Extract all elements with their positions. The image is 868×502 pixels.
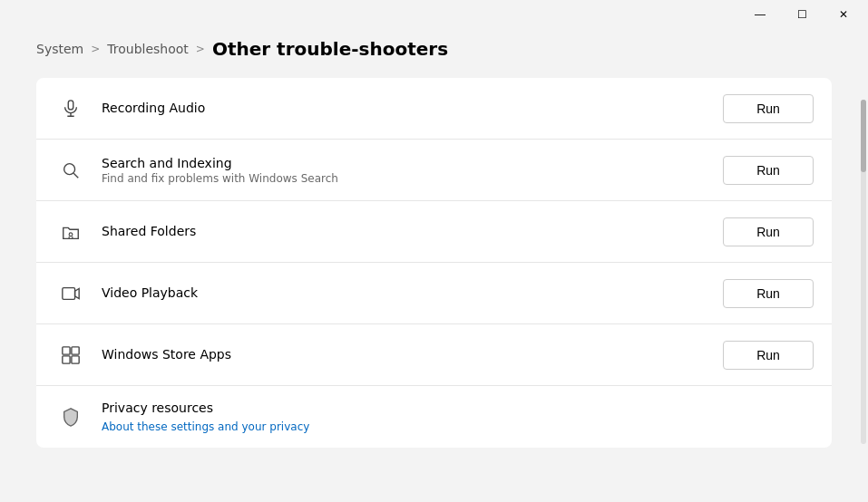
search-icon [54,154,87,187]
item-subtitle-search-indexing: Find and fix problems with Windows Searc… [102,172,723,185]
privacy-title: Privacy resources [102,401,814,415]
troubleshoot-item-video-playback: Video Playback Run [36,263,832,324]
run-button-video-playback[interactable]: Run [723,279,814,308]
run-button-windows-store[interactable]: Run [723,341,814,370]
svg-point-5 [69,232,73,236]
run-button-recording-audio[interactable]: Run [723,94,814,123]
svg-rect-11 [63,355,70,362]
item-title-video-playback: Video Playback [102,285,723,300]
breadcrumb-current: Other trouble-shooters [212,38,448,60]
troubleshoot-item-search-indexing: Search and Indexing Find and fix problem… [36,140,832,201]
item-title-recording-audio: Recording Audio [102,101,723,115]
item-title-windows-store: Windows Store Apps [102,347,723,362]
maximize-button[interactable]: ☐ [781,0,823,29]
item-info-shared-folders: Shared Folders [102,224,723,240]
items-container: Recording Audio Run Search and Indexing … [36,78,832,448]
troubleshoot-item-shared-folders: Shared Folders Run [36,201,832,263]
scrollbar[interactable] [861,100,866,444]
breadcrumb-separator-2: > [196,43,205,55]
store-icon [54,339,87,372]
scrollbar-thumb [861,100,866,172]
breadcrumb: System > Troubleshoot > Other trouble-sh… [36,38,832,60]
item-title-search-indexing: Search and Indexing [102,156,723,170]
privacy-link[interactable]: About these settings and your privacy [102,420,309,433]
svg-rect-8 [63,287,75,299]
close-button[interactable]: ✕ [823,0,864,29]
run-button-shared-folders[interactable]: Run [723,217,814,246]
folder-shared-icon [54,216,87,248]
breadcrumb-separator-1: > [91,43,100,55]
item-title-shared-folders: Shared Folders [102,224,723,238]
breadcrumb-system[interactable]: System [36,42,83,56]
shield-icon [54,401,87,433]
minimize-button[interactable]: — [739,0,781,29]
svg-rect-10 [72,346,79,353]
svg-rect-9 [63,346,70,353]
svg-rect-12 [72,355,79,362]
troubleshoot-item-recording-audio: Recording Audio Run [36,78,832,140]
item-info-search-indexing: Search and Indexing Find and fix problem… [102,156,723,185]
run-button-search-indexing[interactable]: Run [723,156,814,185]
microphone-icon [54,92,87,125]
svg-line-4 [73,173,78,178]
privacy-item: Privacy resources About these settings a… [36,386,832,448]
video-icon [54,277,87,310]
svg-rect-0 [68,100,73,109]
privacy-info: Privacy resources About these settings a… [102,401,814,434]
title-bar: — ☐ ✕ [0,0,868,29]
svg-point-3 [64,163,75,174]
item-info-recording-audio: Recording Audio [102,101,723,117]
breadcrumb-troubleshoot[interactable]: Troubleshoot [107,42,189,56]
item-info-video-playback: Video Playback [102,285,723,302]
item-info-windows-store: Windows Store Apps [102,347,723,363]
troubleshoot-item-windows-store: Windows Store Apps Run [36,324,832,386]
